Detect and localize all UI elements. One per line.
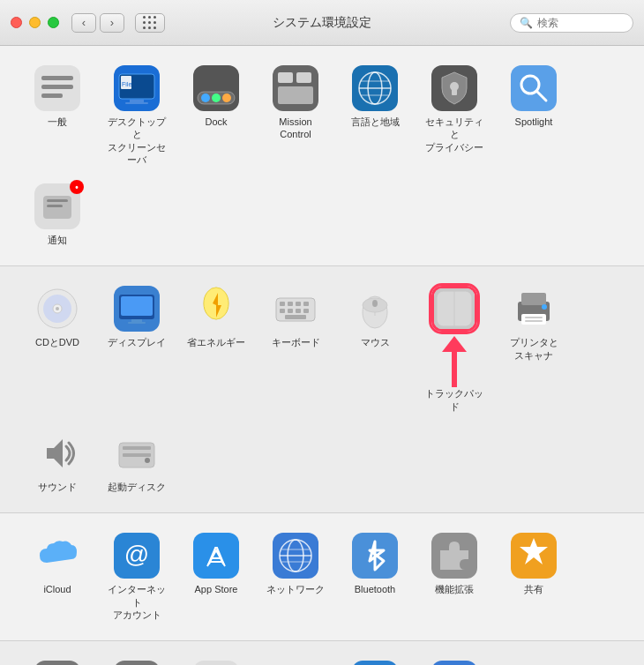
personal-grid: 一般 File デスクトップとスクリーンセーバ: [21, 60, 623, 251]
pref-item-energy[interactable]: 省エネルギー: [180, 280, 252, 354]
svg-point-69: [542, 304, 547, 310]
svg-rect-19: [278, 86, 313, 104]
bluetooth-icon: [352, 533, 398, 579]
pref-item-users[interactable]: ユーザとグループ: [21, 655, 94, 665]
pref-item-internet[interactable]: @ インターネットアカウント: [101, 527, 173, 626]
trackpad-wrapper: [431, 286, 477, 387]
pref-item-sound[interactable]: サウンド: [21, 425, 94, 498]
keyboard-label: キーボード: [272, 336, 320, 348]
sound-icon: [34, 430, 80, 476]
pref-item-sharing[interactable]: 共有: [498, 527, 570, 601]
pref-item-notification[interactable]: • 通知: [21, 178, 94, 251]
energy-label: 省エネルギー: [187, 336, 245, 348]
pref-item-keyboard[interactable]: キーボード: [259, 280, 332, 354]
system-section: ユーザとグループ ペアレンタルコントロール: [0, 641, 644, 665]
printer-label: プリンタとスキャナ: [510, 336, 558, 362]
svg-point-15: [222, 93, 231, 102]
svg-text:File: File: [122, 81, 131, 87]
maximize-button[interactable]: [48, 17, 59, 28]
grid-view-button[interactable]: [135, 13, 165, 33]
svg-rect-42: [121, 296, 153, 316]
pref-item-startup[interactable]: 起動ディスク: [101, 425, 173, 498]
search-box[interactable]: 🔍: [510, 13, 633, 33]
siri-icon: [193, 661, 239, 665]
internet-grid: iCloud @ インターネットアカウント A: [21, 527, 623, 626]
pref-item-network[interactable]: ネットワーク: [259, 527, 332, 601]
pref-item-parental[interactable]: ペアレンタルコントロール: [101, 655, 173, 665]
search-input[interactable]: [537, 17, 624, 29]
language-label: 言語と地域: [351, 116, 400, 128]
pref-item-trackpad[interactable]: トラックパッド: [418, 280, 490, 418]
spotlight-icon: [511, 65, 557, 111]
display-label: ディスプレイ: [108, 336, 166, 348]
pref-item-siri[interactable]: Siri: [180, 655, 252, 665]
pref-item-dock[interactable]: Dock: [180, 60, 252, 133]
svg-rect-49: [288, 302, 293, 306]
pref-item-extensions[interactable]: 機能拡張: [418, 527, 490, 601]
svg-point-73: [145, 458, 150, 463]
pref-item-mouse[interactable]: マウス: [339, 280, 411, 354]
pref-item-security[interactable]: セキュリティとプライバシー: [418, 60, 490, 159]
pref-item-bluetooth[interactable]: Bluetooth: [339, 527, 411, 601]
svg-rect-2: [41, 85, 73, 89]
general-icon: [34, 65, 80, 111]
svg-rect-7: [130, 100, 144, 102]
sound-label: サウンド: [38, 481, 77, 493]
pref-item-desktop[interactable]: File デスクトップとスクリーンセーバ: [101, 60, 173, 171]
pref-item-appstore[interactable]: A App Store: [180, 527, 252, 601]
svg-rect-72: [123, 453, 151, 457]
svg-rect-95: [193, 661, 239, 665]
annotation-arrow: [442, 336, 467, 387]
pref-item-icloud[interactable]: iCloud: [21, 527, 94, 601]
svg-rect-35: [47, 205, 63, 207]
titlebar: ‹ › システム環境設定 🔍: [0, 0, 644, 46]
svg-point-14: [212, 93, 221, 102]
pref-item-language[interactable]: 言語と地域: [339, 60, 411, 133]
svg-rect-67: [525, 317, 543, 318]
minimize-button[interactable]: [29, 17, 41, 28]
extensions-icon: [431, 533, 477, 579]
search-icon: 🔍: [520, 17, 533, 29]
traffic-lights: [11, 17, 59, 28]
svg-rect-105: [352, 661, 398, 665]
svg-rect-68: [525, 320, 543, 322]
pref-item-timemachine[interactable]: TimeMachine: [339, 655, 411, 665]
network-icon: [273, 533, 318, 579]
datetime-icon: 18: [273, 661, 318, 665]
content-area: 一般 File デスクトップとスクリーンセーバ: [0, 46, 644, 665]
svg-rect-91: [114, 661, 160, 665]
hardware-grid: CDとDVD ディスプレイ: [21, 280, 623, 498]
keyboard-icon: [273, 286, 318, 332]
language-icon: [352, 65, 398, 111]
forward-button[interactable]: ›: [100, 13, 124, 33]
pref-item-accessibility[interactable]: アクセシビリティ: [418, 655, 490, 665]
pref-item-datetime[interactable]: 18 日付と時刻: [259, 655, 332, 665]
notification-badge: •: [70, 180, 84, 194]
close-button[interactable]: [11, 17, 22, 28]
pref-item-general[interactable]: 一般: [21, 60, 94, 133]
svg-rect-48: [280, 302, 285, 306]
notification-icon: •: [34, 183, 80, 229]
pref-item-mission[interactable]: MissionControl: [259, 60, 332, 146]
trackpad-icon: [431, 286, 477, 332]
pref-item-spotlight[interactable]: Spotlight: [498, 60, 570, 133]
svg-rect-52: [280, 309, 285, 313]
pref-item-printer[interactable]: プリンタとスキャナ: [498, 280, 570, 367]
cd-icon: [34, 286, 80, 332]
dock-icon: [193, 65, 239, 111]
svg-rect-66: [521, 314, 546, 325]
icloud-label: iCloud: [43, 583, 71, 595]
svg-rect-44: [128, 322, 146, 324]
svg-rect-56: [285, 315, 306, 319]
spotlight-label: Spotlight: [515, 116, 553, 128]
back-button[interactable]: ‹: [71, 13, 96, 33]
desktop-icon: File: [114, 65, 160, 111]
mouse-icon: [352, 286, 398, 332]
pref-item-display[interactable]: ディスプレイ: [101, 280, 173, 354]
svg-point-39: [56, 307, 59, 310]
pref-item-cd[interactable]: CDとDVD: [21, 280, 94, 354]
startup-label: 起動ディスク: [108, 481, 166, 493]
svg-rect-115: [431, 661, 477, 665]
svg-rect-65: [521, 293, 546, 305]
svg-rect-1: [41, 76, 73, 80]
